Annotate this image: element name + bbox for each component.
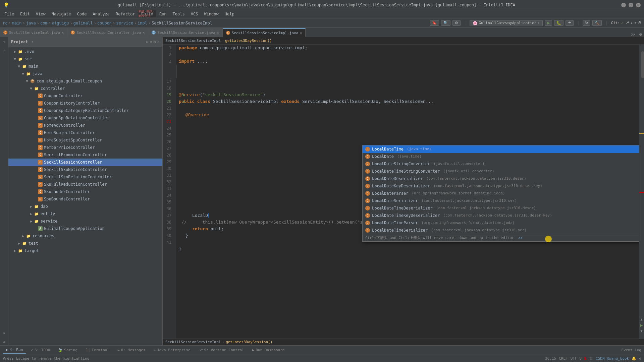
bottom-tab-terminal[interactable]: ⬛ Terminal [82, 347, 113, 354]
menu-code[interactable]: Code [74, 11, 90, 17]
right-scrollbar[interactable]: ▲ ▶ ▼ [639, 45, 644, 339]
tab-seckill-session-service[interactable]: I SeckillSessionService.java × [148, 28, 222, 37]
tree-item-coupon-ctrl[interactable]: ▶ C CouponController [8, 92, 162, 100]
status-bell-icon[interactable]: 🔔 [632, 356, 636, 361]
bottom-tab-run-dashboard[interactable]: ▶ Run Dashboard [249, 347, 288, 354]
tree-item-coupon-spu-rel[interactable]: ▶ C CouponSpuRelationController [8, 114, 162, 122]
ac-item-localdatetimeser[interactable]: C LocalDateTimeSerializer (com.fasterxml… [363, 227, 639, 234]
menu-run[interactable]: Run [157, 11, 169, 17]
tree-item-package[interactable]: ▼ 📦 com.atguigu.gulimall.coupon [8, 77, 162, 85]
ac-item-localdatestringconv[interactable]: C LocalDateStringConverter (javafx.util.… [363, 160, 639, 168]
menu-refactor[interactable]: Refactor [113, 11, 138, 17]
tree-item-sku-ladder[interactable]: ▶ C SkuLadderController [8, 188, 162, 195]
tree-toggle-test[interactable]: ▶ [18, 241, 22, 246]
run-config-selector[interactable]: 🌸 GulimallGatewayApplication ▾ [470, 20, 543, 26]
tree-toggle-main[interactable]: ▼ [18, 64, 22, 69]
tree-item-home-adv[interactable]: ▶ C HomeAdvController [8, 122, 162, 129]
ac-item-localdate[interactable]: C LocalDate (java.time) [363, 153, 639, 160]
tab-close-2[interactable]: × [143, 31, 145, 35]
tree-toggle-entity[interactable]: ▶ [30, 212, 34, 216]
bookmark-button[interactable]: 🔖 [430, 20, 439, 26]
tree-item-spu-bounds[interactable]: ▶ C SpuBoundsController [8, 195, 162, 203]
breadcrumb2-method[interactable]: getLates3DaySession() [225, 39, 272, 43]
git-branch-icon[interactable]: ⎇ [625, 21, 629, 25]
bc-impl[interactable]: impl [138, 21, 147, 25]
bottom-tab-run[interactable]: ▶ 4: Run [3, 347, 26, 354]
tree-item-service[interactable]: ▶ 📁 service [8, 218, 162, 225]
status-encoding[interactable]: CRLF [559, 356, 568, 361]
tree-item-seckill-session-ctrl[interactable]: ▶ C SeckillSessionController [8, 159, 162, 166]
menu-help[interactable]: Help [222, 11, 237, 17]
menu-navigate[interactable]: Navigate [49, 11, 74, 17]
tree-item-home-subj[interactable]: ▶ C HomeSubjectController [8, 129, 162, 136]
tab-close-1[interactable]: × [62, 31, 64, 35]
bc-atguigu[interactable]: atguigu [52, 21, 69, 25]
search-button[interactable]: 🔍 [441, 20, 450, 26]
autocomplete-dropdown[interactable]: C LocalDateTime (java.time) C LocalDate … [362, 145, 639, 242]
git-check-icon[interactable]: ✓ [621, 21, 624, 25]
menu-edit[interactable]: Edit [17, 11, 33, 17]
debug-button[interactable]: 🐛 [554, 20, 564, 26]
settings-button[interactable]: ⚙ [452, 20, 461, 26]
menu-view[interactable]: View [33, 11, 48, 17]
tree-toggle-res[interactable]: ▶ [22, 234, 26, 238]
status-charset[interactable]: UTF-8 [571, 356, 582, 361]
git-update-icon[interactable]: ↓ [631, 21, 633, 25]
structure-icon[interactable]: S [1, 47, 7, 54]
tab-close-4[interactable]: × [300, 31, 302, 35]
bottom-tab-version-control[interactable]: ⎇ 9: Version Control [195, 347, 248, 354]
tree-toggle-src[interactable]: ▼ [14, 57, 18, 61]
status-lang-icon[interactable]: 英 [589, 356, 593, 361]
close-button[interactable]: ✕ [636, 3, 641, 7]
bottom-tab-spring[interactable]: 🍃 Spring [55, 347, 81, 354]
ac-item-localdateparser[interactable]: C LocalDateParser (org.springframework.f… [363, 190, 639, 197]
tree-toggle[interactable]: ▶ [14, 49, 18, 54]
scroll-thumb[interactable] [641, 51, 644, 78]
tree-item-java[interactable]: ▼ 📁 java [8, 70, 162, 77]
tree-item-src[interactable]: ▼ 📁 src [8, 55, 162, 63]
tree-item-coupon-history-ctrl[interactable]: ▶ C CouponHistoryController [8, 100, 162, 107]
tree-toggle-service[interactable]: ▶ [30, 219, 34, 224]
tree-toggle-dao[interactable]: ▶ [30, 204, 34, 209]
menu-window[interactable]: Window [201, 11, 221, 17]
scroll-controls[interactable]: ▲ ▶ ▼ [639, 318, 644, 332]
tree-item-entity[interactable]: ▶ 📁 entity [8, 210, 162, 218]
status-sdkman-icon[interactable]: S [584, 356, 587, 361]
bc-gulimall[interactable]: gulimall [73, 21, 93, 25]
tab-seckill-session-controller[interactable]: C SeckillSessionController.java × [67, 28, 148, 37]
code-editor[interactable]: package com.atguigu.gulimall.coupon.serv… [176, 45, 639, 339]
tree-item-sku-full-red[interactable]: ▶ C SkuFullReductionController [8, 181, 162, 188]
run-coverage-button[interactable]: ☂ [566, 20, 574, 26]
menu-build[interactable]: Build 构建·调试·触发方法 [139, 11, 156, 17]
tab-overflow-button[interactable]: ≫ [629, 32, 637, 37]
panel-close-icon[interactable]: × [157, 40, 160, 44]
ac-item-localdatetimeparser[interactable]: C LocalDateTimeParser (org.springframewo… [363, 219, 639, 227]
bottom-event-log[interactable]: Event Log [621, 348, 641, 352]
tree-item-seckill-sku-notice[interactable]: ▶ C SeckillSkuNoticeController [8, 166, 162, 173]
panel-scroll-icon[interactable]: ⊕ [146, 40, 148, 44]
bottom-tab-todo[interactable]: ✓ 6: TODO [28, 347, 53, 354]
tree-item-seckill-promo[interactable]: ▶ C SeckillPromotionController [8, 151, 162, 159]
run-button[interactable]: ▶ [545, 20, 552, 26]
menu-file[interactable]: File [2, 11, 17, 17]
bc-service[interactable]: service [116, 21, 133, 25]
ac-item-localdatetimestringconv[interactable]: C LocalDateTimeStringConverter (javafx.u… [363, 168, 639, 175]
tab-close-3[interactable]: × [217, 31, 219, 35]
bc-java[interactable]: java [26, 21, 36, 25]
project-icon[interactable]: P [1, 39, 7, 46]
tree-item-home-subj-spu[interactable]: ▶ C HomeSubjectSpuController [8, 136, 162, 144]
tree-toggle-controller[interactable]: ▼ [30, 86, 34, 91]
status-settings-icon[interactable]: ⚙ [639, 356, 641, 361]
tree-item-app[interactable]: ▶ A GulimallCouponApplication [8, 225, 162, 232]
update-button[interactable]: ↻ [583, 20, 590, 26]
tab-seckill-session-service-impl[interactable]: C SeckillSessionServiceImpl.java × [223, 28, 306, 37]
minimize-button[interactable]: ─ [621, 3, 626, 7]
tree-item-controller[interactable]: ▼ 📁 controller [8, 85, 162, 92]
ac-item-localdatedeser[interactable]: C LocalDateDeserializer (com.fasterxml.j… [363, 175, 639, 182]
bc-rc[interactable]: rc [3, 21, 7, 25]
tree-toggle-pkg[interactable]: ▼ [26, 79, 30, 83]
project-dropdown-icon[interactable]: ▾ [32, 40, 34, 44]
tree-item-member-price[interactable]: ▶ C MemberPriceController [8, 144, 162, 151]
ac-item-localdatekeydeser[interactable]: C LocalDateKeyDeserializer (com.fasterxm… [363, 182, 639, 190]
bottom-tab-java-enterprise[interactable]: ☕ Java Enterprise [150, 347, 194, 354]
